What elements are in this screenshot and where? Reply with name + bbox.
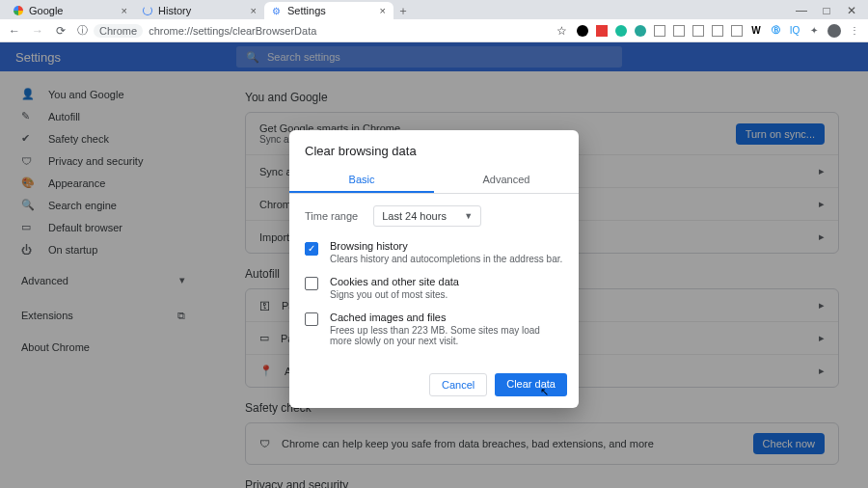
back-button[interactable]: ← <box>8 24 21 38</box>
site-info-icon[interactable]: ⓘ <box>77 23 88 38</box>
checkbox-cached[interactable] <box>305 312 318 326</box>
browser-toolbar: ← → ⟳ ⓘ Chrome chrome://settings/clearBr… <box>0 19 868 42</box>
history-favicon-icon <box>143 6 152 15</box>
address-bar[interactable]: ⓘ Chrome chrome://settings/clearBrowserD… <box>77 23 547 38</box>
checkbox-browsing-history[interactable]: ✓ <box>305 242 318 256</box>
close-tab-icon[interactable]: × <box>251 5 257 16</box>
dialog-title: Clear browsing data <box>289 130 579 168</box>
minimize-button[interactable]: — <box>795 4 808 15</box>
time-range-label: Time range <box>305 210 358 222</box>
url-text: chrome://settings/clearBrowserData <box>149 25 316 37</box>
profile-avatar-icon[interactable] <box>827 24 841 38</box>
option-subtitle: Clears history and autocompletions in th… <box>330 254 562 264</box>
browser-tab-settings[interactable]: ⚙ Settings × <box>264 2 393 19</box>
url-scheme-chip: Chrome <box>94 24 143 38</box>
reload-button[interactable]: ⟳ <box>54 24 68 38</box>
extension-icon[interactable] <box>731 25 743 37</box>
clear-data-button[interactable]: Clear data <box>495 373 567 396</box>
extension-icon[interactable]: Ⓑ <box>770 25 781 37</box>
extension-icon[interactable] <box>712 25 723 37</box>
dialog-tab-basic[interactable]: Basic <box>289 168 434 193</box>
dialog-tab-advanced[interactable]: Advanced <box>434 168 579 193</box>
new-tab-button[interactable]: ＋ <box>393 3 413 19</box>
tab-label: History <box>158 5 191 16</box>
window-controls: — □ ✕ <box>785 0 868 19</box>
tab-label: Settings <box>287 5 326 16</box>
option-subtitle: Frees up less than 223 MB. Some sites ma… <box>330 325 563 346</box>
extension-icon[interactable] <box>615 25 627 37</box>
extension-icon[interactable] <box>654 25 665 37</box>
tab-strip: Google × History × ⚙ Settings × ＋ <box>0 0 868 19</box>
extension-icon[interactable] <box>577 25 588 37</box>
tab-label: Google <box>29 5 63 16</box>
extension-icon[interactable] <box>673 25 685 37</box>
extension-icon[interactable] <box>635 25 646 37</box>
extension-icons: W Ⓑ IQ ✦ ⋮ <box>577 24 860 38</box>
extension-icon[interactable]: W <box>750 25 762 37</box>
checkbox-cookies[interactable] <box>305 277 318 290</box>
option-subtitle: Signs you out of most sites. <box>330 289 459 300</box>
time-range-select[interactable]: Last 24 hours ▼ <box>373 205 481 227</box>
extension-icon[interactable] <box>596 25 608 37</box>
option-title: Cookies and other site data <box>330 276 459 287</box>
extension-icon[interactable]: IQ <box>789 25 800 37</box>
forward-button[interactable]: → <box>31 24 44 38</box>
option-title: Browsing history <box>330 240 562 252</box>
extensions-menu-icon[interactable]: ✦ <box>808 25 820 37</box>
select-value: Last 24 hours <box>382 210 447 222</box>
close-window-button[interactable]: ✕ <box>845 4 858 15</box>
option-title: Cached images and files <box>330 312 563 323</box>
extension-icon[interactable] <box>692 25 704 37</box>
browser-tab-history[interactable]: History × <box>135 2 264 19</box>
dropdown-caret-icon: ▼ <box>464 211 473 221</box>
clear-browsing-data-dialog: Clear browsing data Basic Advanced Time … <box>289 130 579 408</box>
cancel-button[interactable]: Cancel <box>429 373 487 396</box>
close-tab-icon[interactable]: × <box>380 5 386 16</box>
settings-favicon-icon: ⚙ <box>272 6 282 15</box>
maximize-button[interactable]: □ <box>820 4 833 15</box>
close-tab-icon[interactable]: × <box>122 5 127 16</box>
bookmark-star-icon[interactable]: ☆ <box>556 24 567 38</box>
chrome-menu-icon[interactable]: ⋮ <box>849 25 860 37</box>
google-favicon-icon <box>14 6 23 15</box>
browser-tab-google[interactable]: Google × <box>6 2 135 19</box>
dialog-tabs: Basic Advanced <box>289 168 579 194</box>
